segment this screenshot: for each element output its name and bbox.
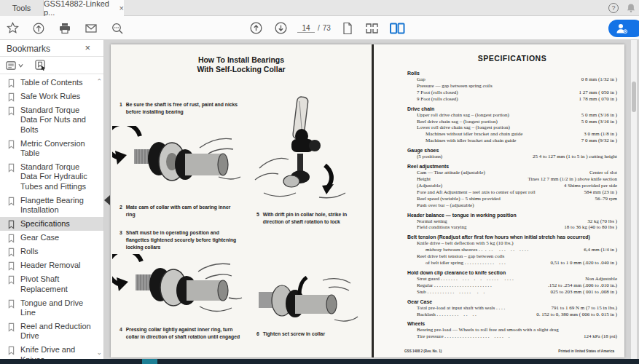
spec-row: midway between sheaves . . . . . . . . .… [407,247,617,253]
figure-bearing-on-shaft-icon [112,126,243,202]
print-icon[interactable] [57,20,73,36]
printed-in-note: Printed in United States of America [558,349,614,353]
sidebar-item-specifications[interactable]: Specifications [0,217,103,231]
page-number-input[interactable]: 14 [297,24,315,33]
page-number-field: 14 / 73 [297,24,331,33]
bell-icon[interactable] [626,3,636,13]
step-3: 3Shaft must be in operating position and… [119,229,242,251]
sidebar-item-metric-conversion-table[interactable]: Metric Conversion Table [0,137,103,160]
figure-turn-collar-icon [112,254,243,323]
spec-row: Field conditions varying18 to 36 kg (40 … [407,224,617,231]
spec-row: Tire pressure . . . . . . . . . . . . . … [407,333,617,340]
scrollbar-thumb[interactable] [632,82,636,112]
spec-row: Machines with idler bracket and chain gu… [407,138,617,144]
page-left: How To Install Bearings With Self-Lockin… [111,44,372,357]
spec-row: Upper roll drive chain sag – (longest po… [407,112,617,119]
spec-section-header-balance: Header balance — tongue in working posit… [407,212,617,232]
step-1: 1Be sure the shaft is free of rust, pain… [119,101,240,116]
spec-row: Backlash . . . . . . . . . . . . .0. 152… [407,312,617,318]
document-number: GSS 1488 2 (Rev. No. 1) [404,349,442,353]
tab-bar: Tools GSS14882-Linked p... × ? [0,0,639,16]
bookmarks-list: Table of Contents Safe Work Rules Standa… [0,76,103,359]
spec-row: Reel drive belt tension – gap between co… [407,253,617,260]
sidebar-item-standard-torque-hydraulic[interactable]: Standard Torque Data For Hydraulic Tubes… [0,160,103,194]
spec-row: HeightTines 12 7 mm (1/2 in ) above knif… [407,176,617,183]
bookmark-icon [7,298,16,318]
person-icon [616,23,628,34]
spec-row: of belt idler spring . . . . . . . . . .… [407,260,617,266]
bookmark-icon [7,106,16,135]
favorite-star-icon[interactable] [4,20,20,36]
expand-current-bookmark-icon[interactable] [35,60,47,71]
bookmarks-panel-title: Bookmarks [7,44,50,54]
left-page-title: How To Install Bearings With Self-Lockin… [111,55,372,74]
spec-row: Push over bar – (adjustable) [407,202,617,209]
spec-row: Pressure — gap between spring coils [407,83,617,90]
figure-tighten-set-screw-icon [253,276,362,334]
close-tab-icon[interactable]: × [119,4,124,12]
sidebar-item-reel-and-reduction-drive[interactable]: Reel and Reduction Drive [0,320,103,343]
bookmark-icon [7,92,16,102]
sidebar-item-pivot-shaft-replacement[interactable]: Pivot Shaft Replacement [0,273,103,296]
bookmark-icon [7,247,16,257]
page-separator: / [318,24,320,32]
scroll-down-caret-icon[interactable]: ⌄ [96,349,102,356]
help-icon[interactable]: ? [608,3,619,13]
spec-row: Bearing pre-load — Wheels to roll free a… [407,327,617,333]
tab-document-label: GSS14882-Linked p... [44,0,116,17]
tab-tools[interactable]: Tools [0,0,44,16]
spec-row: 7 Foot (rolls closed)1 27 mm ( 050 in ) [407,90,617,96]
next-page-icon[interactable] [273,20,289,36]
bookmarks-panel: Bookmarks × ⌃ Table of Contents Safe Wor… [0,40,104,359]
sidebar-item-rolls[interactable]: Rolls [0,245,103,259]
bookmark-options-icon[interactable] [6,60,23,71]
previous-page-icon[interactable] [248,20,264,36]
bottom-bar-teal-accent [142,359,157,364]
spec-row: Regular . . . . . . . . . . . . . . . . … [407,282,617,289]
sidebar-item-table-of-contents[interactable]: Table of Contents [0,76,103,90]
bookmark-icon [7,139,16,159]
bookmark-icon [7,322,16,341]
spec-section-reel-adjustments: Reel adjustments Cam — Tine attitude (ad… [407,163,617,208]
toolbar: 14 / 73 [0,16,639,40]
spec-row: Knife drive – belt deflection with 5 kg … [407,240,617,247]
bookmark-icon [7,261,16,271]
bookmark-icon [7,162,16,192]
collapse-panel-icon[interactable] [104,195,110,205]
sidebar-item-safe-work-rules[interactable]: Safe Work Rules [0,90,103,103]
document-area: How To Install Bearings With Self-Lockin… [104,40,639,359]
email-icon[interactable] [83,20,99,36]
search-icon[interactable] [109,20,125,36]
step-4: 4Pressing collar lightly against inner r… [119,326,242,341]
spec-row: Stub . . . . . . . . . . . . . . . . . .… [407,289,617,296]
spec-section-gauge-shoes: Gauge shoes (5 positions)25 4 to 127 mm … [407,147,617,160]
spec-row: (Adjustable)4 Shims provided per side [407,183,617,189]
spec-row: Reel speed (variable) – 5 shims provided… [407,196,617,202]
spec-row: Normal setting32 kg (70 lbs ) [407,218,617,225]
spec-section-rolls: Rolls Gap0 8 mm (1/32 in ) Pressure — ga… [407,70,617,103]
spec-row: (5 positions)25 4 to 127 mm (1 to 5 in )… [407,154,617,160]
bookmark-icon [7,274,16,294]
sidebar-item-standard-torque-nuts-bolts[interactable]: Standard Torque Data For Nuts and Bolts [0,103,103,137]
continuous-scroll-view-icon[interactable] [364,20,380,36]
single-page-view-icon[interactable] [340,20,356,36]
spec-row: 9 Foot (rolls closed)1 78 mm ( 070 in ) [407,96,617,103]
tab-document[interactable]: GSS14882-Linked p... × [44,0,124,16]
bookmark-icon [7,233,16,243]
two-page-view-icon[interactable] [389,20,405,36]
step-5: 5With drift pin in collar hole, strike i… [256,211,366,226]
share-person-button[interactable] [608,20,639,37]
bookmark-icon [7,345,16,359]
share-upload-icon[interactable] [31,20,47,36]
close-panel-icon[interactable]: × [85,42,90,53]
sidebar-item-gear-case[interactable]: Gear Case [0,231,103,245]
sidebar-item-header-removal[interactable]: Header Removal [0,259,103,273]
sidebar-item-tongue-and-drive-line[interactable]: Tongue and Drive Line [0,296,103,320]
spec-section-wheels: Wheels Bearing pre-load — Wheels to roll… [407,320,617,340]
document-scrollbar[interactable] [631,40,637,359]
sidebar-item-knife-drive-and-knives[interactable]: Knife Drive and Knives [0,343,103,359]
spec-row: Fore and Aft Adjustment – reel axis to c… [407,189,617,196]
page-right: SPECIFICATIONS Rolls Gap0 8 mm (1/32 in … [374,44,624,357]
sidebar-item-flangette-bearing-installation[interactable]: Flangette Bearing Installation [0,194,103,217]
bookmark-icon [7,196,16,215]
